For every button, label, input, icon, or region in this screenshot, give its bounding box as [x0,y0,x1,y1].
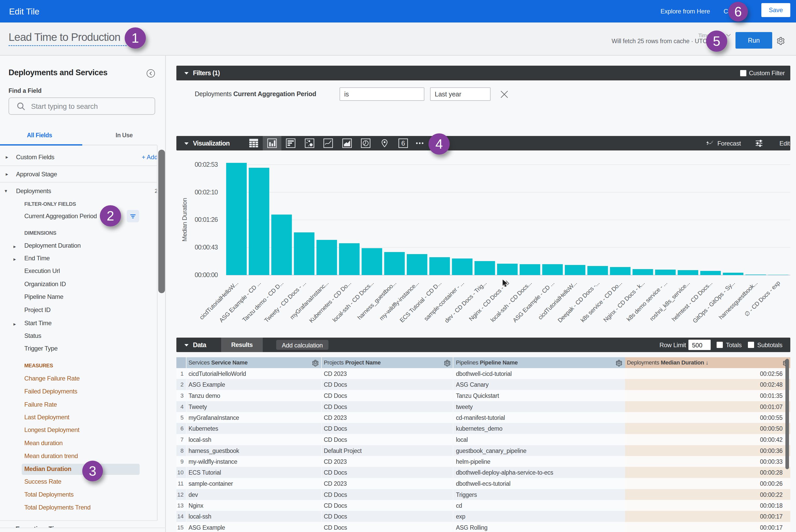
svg-text:Nginx - CD Docs - cd: Nginx - CD Docs - cd [467,280,510,322]
svg-text:Tanzu demo - CD D...: Tanzu demo - CD D... [241,280,285,323]
svg-text:ECS Tutorial - CD D...: ECS Tutorial - CD D... [399,280,443,324]
svg-text:00:01:26: 00:01:26 [195,216,218,223]
svg-text:roshni_k8s_service...: roshni_k8s_service... [648,280,691,322]
svg-text:dev - CD Docs - Trig...: dev - CD Docs - Trig... [443,280,488,324]
svg-text:harness_guestboo...: harness_guestboo... [356,280,397,321]
svg-text:local-ssh - CD Docs...: local-ssh - CD Docs... [331,280,375,323]
svg-text:k8s demo service - ...: k8s demo service - ... [625,280,668,323]
svg-text:myGrafanaInstanc...: myGrafanaInstanc... [289,280,330,321]
svg-text:Median Duration: Median Duration [181,198,188,242]
svg-text:ASG Example - CD ...: ASG Example - CD ... [511,280,555,324]
svg-text:00:00:43: 00:00:43 [195,244,218,251]
svg-text:Nginx - CD Docs - k...: Nginx - CD Docs - k... [602,280,646,323]
svg-text:sample-container - ...: sample-container - ... [423,280,465,322]
svg-text:Kubernetes - CD Do...: Kubernetes - CD Do... [308,280,352,324]
svg-text:cicdTutorialHelloW...: cicdTutorialHelloW... [537,280,578,321]
svg-text:Tweety - CD Docs - ...: Tweety - CD Docs - ... [263,280,307,324]
svg-text:ASG Example - CD ...: ASG Example - CD ... [218,280,262,324]
svg-text:00:02:53: 00:02:53 [195,161,218,168]
svg-text:cicdTutorialHelloW...: cicdTutorialHelloW... [198,280,239,321]
svg-text:local-ssh - CD Docs...: local-ssh - CD Docs... [489,280,533,323]
svg-text:Deepak - CD Docs -...: Deepak - CD Docs -... [556,280,601,324]
svg-text:6: 6 [401,139,405,147]
svg-text:helmtest - CD Docs...: helmtest - CD Docs... [670,280,714,323]
svg-text:GitOps - GitOps - Sy...: GitOps - GitOps - Sy... [691,280,736,324]
svg-text:00:00:00: 00:00:00 [195,271,218,279]
svg-text:00:02:10: 00:02:10 [195,188,218,196]
svg-text:k8s service - CD Do...: k8s service - CD Do... [579,280,623,323]
svg-text:my-wildfly-instance...: my-wildfly-instance... [378,280,420,322]
svg-text:harnessguestbook...: harnessguestbook... [717,280,759,321]
